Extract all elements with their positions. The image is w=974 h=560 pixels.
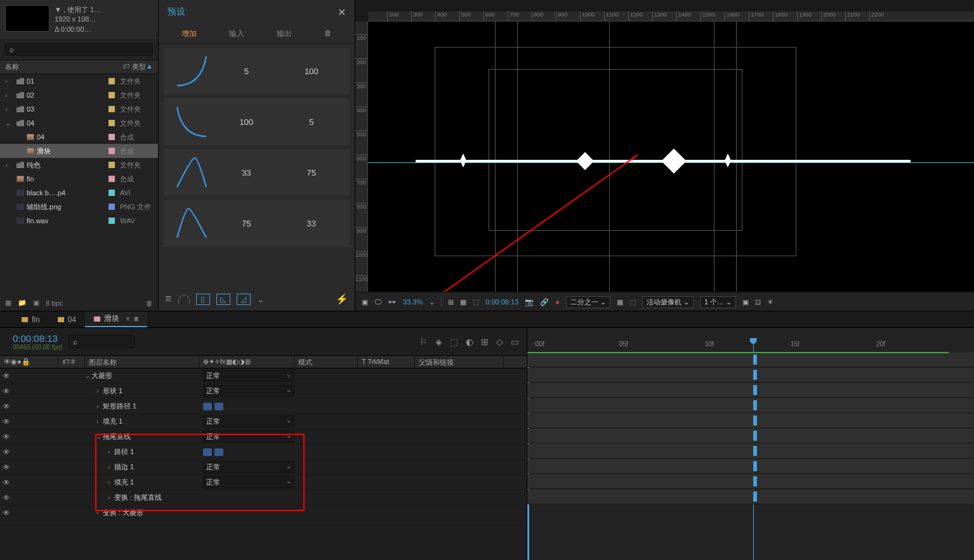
view-icon[interactable]: ▣: [742, 298, 749, 306]
bolt-icon[interactable]: ⚡: [336, 293, 348, 305]
project-item[interactable]: fin.wavWAV: [0, 214, 158, 228]
playhead[interactable]: [753, 339, 754, 352]
project-search[interactable]: ⌕: [5, 43, 153, 56]
timeline-tracks[interactable]: [527, 352, 974, 560]
trash-icon[interactable]: 🗑: [146, 299, 153, 307]
blend-mode-select[interactable]: 正常⌄: [203, 415, 294, 427]
twirl-icon[interactable]: ⌄: [96, 433, 103, 440]
twirl-icon[interactable]: ›: [5, 91, 11, 99]
timecode[interactable]: 0:00:08:13: [13, 333, 62, 344]
visibility-icon[interactable]: 👁: [3, 387, 11, 396]
safezone-icon[interactable]: ▦: [460, 298, 466, 306]
camera-select[interactable]: 活动摄像机 ⌄: [642, 296, 694, 308]
grid-icon[interactable]: ⊞: [448, 298, 454, 306]
visibility-icon[interactable]: 👁: [3, 448, 11, 457]
visibility-icon[interactable]: 👁: [3, 372, 11, 381]
curve-mode-3-icon[interactable]: ◿: [237, 294, 251, 305]
visibility-icon[interactable]: 👁: [3, 417, 11, 426]
preset-item[interactable]: 3375: [164, 149, 350, 196]
project-item[interactable]: ›02文件夹: [0, 88, 158, 102]
tag-icon[interactable]: ◇: [496, 337, 503, 347]
delete-icon[interactable]: 🗑: [324, 29, 332, 39]
views-select[interactable]: 1 个… ⌄: [700, 296, 736, 308]
project-item[interactable]: ›03文件夹: [0, 102, 158, 116]
preset-item[interactable]: 7533: [164, 200, 350, 247]
twirl-icon[interactable]: ›: [108, 494, 114, 501]
project-tree[interactable]: ›01文件夹›02文件夹›03文件夹⌄04文件夹04合成滑块合成›纯色文件夹fi…: [0, 74, 158, 228]
twirl-icon[interactable]: ⌄: [5, 119, 11, 127]
chevron-down-icon[interactable]: ⌄: [257, 294, 265, 304]
current-time[interactable]: 0:00:08:13: [485, 298, 518, 306]
exposure-icon[interactable]: ☀: [767, 298, 773, 306]
curve-mode-2-icon[interactable]: ◺: [216, 294, 230, 305]
blend-mode-select[interactable]: 正常⌄: [203, 431, 294, 443]
project-search-input[interactable]: [16, 46, 148, 53]
timeline-tab[interactable]: fin: [13, 311, 49, 327]
color-icon[interactable]: ●: [555, 298, 560, 306]
blend-mode-select[interactable]: 正常⌄: [203, 370, 294, 382]
display-icon[interactable]: 🖵: [374, 298, 381, 306]
project-item[interactable]: 辅助线.pngPNG 文件: [0, 200, 158, 214]
visibility-icon[interactable]: 👁: [3, 509, 11, 518]
project-item[interactable]: ⌄04文件夹: [0, 116, 158, 130]
resolution-select[interactable]: 二分之一 ⌄: [566, 296, 610, 308]
mask-icon[interactable]: ⬚: [473, 298, 479, 306]
preset-item[interactable]: 1005: [164, 98, 350, 145]
preset-item[interactable]: 5100: [164, 48, 350, 94]
twirl-icon[interactable]: ›: [5, 161, 11, 169]
twirl-icon[interactable]: ›: [96, 387, 103, 394]
snapshot-icon[interactable]: 📷: [525, 298, 534, 306]
goggles-icon[interactable]: 👓: [388, 298, 397, 306]
folder-swatch-icon[interactable]: ▦: [5, 299, 11, 307]
blend-mode-select[interactable]: 正常⌄: [203, 476, 294, 488]
graph-icon[interactable]: ⊞: [481, 337, 489, 347]
close-icon[interactable]: ×: [126, 315, 130, 323]
twirl-icon[interactable]: ⌄: [85, 372, 91, 379]
marker-icon[interactable]: ▭: [511, 337, 519, 347]
blend-mode-select[interactable]: 正常⌄: [203, 461, 294, 473]
region-icon[interactable]: ⬚: [629, 298, 636, 306]
shy-icon[interactable]: ⚐: [419, 337, 428, 347]
project-item[interactable]: black b….p4AVI: [0, 186, 158, 200]
twirl-icon[interactable]: ›: [96, 509, 103, 516]
project-item[interactable]: ›01文件夹: [0, 74, 158, 88]
preset-tab-input[interactable]: 输入: [229, 29, 244, 39]
link-icon[interactable]: 🔗: [540, 298, 549, 306]
project-item[interactable]: 滑块合成: [0, 144, 158, 158]
visibility-icon[interactable]: 👁: [3, 433, 11, 441]
twirl-icon[interactable]: ›: [96, 403, 103, 410]
new-comp-icon[interactable]: ▣: [33, 299, 39, 307]
chevron-down-icon[interactable]: ⌄: [429, 298, 435, 306]
project-item[interactable]: 04合成: [0, 130, 158, 144]
curve-mode-1-icon[interactable]: ▯: [196, 294, 210, 305]
visibility-icon[interactable]: 👁: [3, 493, 11, 502]
pixel-icon[interactable]: ⊡: [755, 298, 761, 306]
visibility-icon[interactable]: 👁: [3, 463, 11, 472]
cube-icon[interactable]: ◈: [435, 337, 442, 347]
preset-tab-output[interactable]: 输出: [277, 29, 292, 39]
blur-icon[interactable]: ◐: [466, 337, 473, 347]
blend-mode-select[interactable]: 正常⌄: [203, 385, 294, 397]
twirl-icon[interactable]: ›: [5, 77, 11, 85]
zoom-level[interactable]: 33.3%: [403, 298, 423, 306]
transparency-icon[interactable]: ▦: [617, 298, 623, 306]
twirl-icon[interactable]: ›: [108, 479, 114, 486]
twirl-icon[interactable]: ›: [5, 105, 11, 113]
viewer-canvas[interactable]: [368, 22, 974, 292]
timeline-tab[interactable]: 滑块× ≡: [85, 311, 147, 327]
timeline-search[interactable]: ⌕: [69, 335, 135, 348]
twirl-icon[interactable]: ›: [108, 448, 114, 455]
timeline-ruler[interactable]: :00f05f10f15f20f: [527, 328, 974, 355]
preset-tab-add[interactable]: 增加: [181, 29, 197, 39]
visibility-icon[interactable]: 👁: [3, 402, 11, 411]
close-icon[interactable]: ✕: [338, 6, 346, 18]
twirl-icon[interactable]: ›: [96, 418, 103, 425]
fx-icon[interactable]: ⬚: [450, 337, 458, 347]
project-item[interactable]: fin合成: [0, 172, 158, 186]
twirl-icon[interactable]: ›: [108, 464, 114, 471]
timeline-tab[interactable]: 04: [49, 311, 85, 327]
project-item[interactable]: ›纯色文件夹: [0, 158, 158, 172]
monitor-icon[interactable]: ▣: [362, 298, 368, 306]
new-folder-icon[interactable]: 📁: [18, 299, 27, 307]
visibility-icon[interactable]: 👁: [3, 478, 11, 487]
